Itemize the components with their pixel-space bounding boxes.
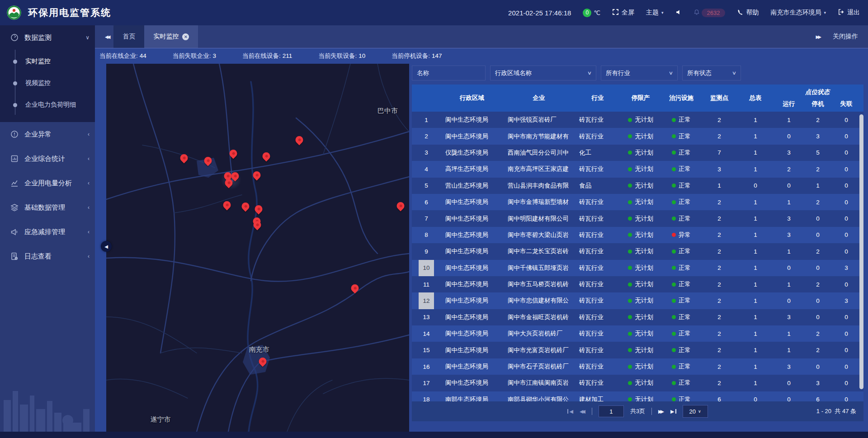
map-pin-icon[interactable] (259, 358, 266, 365)
cell-monitor-points: 3 (702, 161, 736, 177)
tabs-scroll-right-button[interactable]: ▶▶ (811, 34, 825, 39)
map-pin-icon[interactable] (351, 284, 359, 292)
row-number: 17 (419, 375, 434, 391)
exit-button[interactable]: 退出 (838, 9, 860, 17)
cell-monitor-points: 2 (702, 243, 736, 259)
cell-total-meters: 1 (736, 375, 774, 391)
close-operations-button[interactable]: 关闭操作 (833, 33, 858, 41)
cell-region: 阆中生态环境局 (441, 128, 503, 144)
tab-首页[interactable]: 首页 (113, 25, 144, 48)
map-pin-icon[interactable] (296, 136, 303, 144)
status-metric-value: 3 (213, 52, 217, 59)
map-panel[interactable]: 巴中市南充市遂宁市 ◀ (106, 64, 409, 432)
table-row[interactable]: 1阆中生态环境局阆中强锐页岩砖厂砖瓦行业无计划正常21120 (412, 112, 863, 128)
table-row[interactable]: 9阆中生态环境局阆中市二龙长宝页岩砖砖瓦行业无计划正常21120 (412, 243, 863, 259)
sidebar-subitem[interactable]: 视频监控 (0, 72, 95, 94)
map-pin-icon[interactable] (241, 203, 249, 210)
table-row[interactable]: 14阆中生态环境局阆中大兴页岩机砖厂砖瓦行业无计划正常21120 (412, 325, 863, 342)
tab-close-icon[interactable]: ✕ (182, 33, 189, 40)
industry-filter-select[interactable]: 所有行业 ∨ (601, 66, 678, 80)
theme-dropdown[interactable]: 主题 ▾ (646, 9, 664, 17)
cell-stop-status: 无计划 (621, 161, 660, 177)
table-row[interactable]: 7阆中生态环境局阆中明阳建材有限公司砖瓦行业无计划正常21300 (412, 210, 863, 226)
cell-industry: 砖瓦行业 (575, 227, 621, 243)
volume-button[interactable] (675, 9, 682, 17)
status-filter-select[interactable]: 所有状态 ∨ (682, 66, 741, 80)
map-pin-icon[interactable] (254, 221, 261, 229)
table-row[interactable]: 15阆中生态环境局阆中市光富页岩机砖厂砖瓦行业无计划正常21120 (412, 342, 863, 358)
facility-status-text: 正常 (679, 116, 691, 124)
table-row[interactable]: 18南部生态环境局南部县砌华小河有限公建材加工无计划正常60060 (412, 391, 863, 401)
map-pin-icon[interactable] (255, 205, 263, 213)
name-filter-input[interactable] (412, 66, 486, 80)
table-header: 行政区域企业行业停限产治污设施监测点总表点位状态运行停机失联 (412, 85, 863, 112)
org-dropdown[interactable]: 南充市生态环境局 ▾ (770, 9, 826, 17)
tabs-scroll-left-button[interactable]: ◀◀ (100, 34, 113, 39)
cell-row-number: 16 (412, 358, 441, 375)
table-row[interactable]: 4高坪生态环境局南充市高坪区王家店建砖瓦行业无计划正常31220 (412, 161, 863, 177)
page-number-input[interactable] (599, 405, 624, 417)
fullscreen-button[interactable]: 全屏 (612, 9, 634, 17)
status-dot-green-icon (628, 365, 632, 369)
page-size-select[interactable]: 20 ∨ (683, 405, 708, 418)
sidebar-item[interactable]: 数据监测∨ (0, 25, 95, 50)
map-pin-icon[interactable] (204, 157, 212, 165)
notification-bell[interactable]: 2632 (693, 9, 726, 17)
sidebar-subitem[interactable]: 实时监控 (0, 51, 95, 72)
map-canvas[interactable]: 巴中市南充市遂宁市 (106, 64, 409, 432)
cell-company: 阆中明阳建材有限公司 (503, 210, 575, 226)
table-row[interactable]: 17阆中生态环境局阆中市江南镇阆南页岩砖瓦行业无计划正常21030 (412, 375, 863, 391)
cell-total-meters: 1 (736, 276, 774, 292)
cell-monitor-points: 2 (702, 128, 736, 144)
prev-page-button[interactable]: ◀◀ (580, 409, 585, 414)
tab-实时监控[interactable]: 实时监控✕ (144, 25, 198, 48)
map-pin-icon[interactable] (225, 179, 232, 187)
cell-facility-status: 正常 (660, 128, 702, 144)
status-dot-green-icon (672, 134, 676, 138)
help-button[interactable]: 帮助 (737, 9, 759, 17)
tab-label: 首页 (123, 33, 135, 41)
facility-status-text: 正常 (679, 132, 691, 141)
map-pin-icon[interactable] (180, 154, 188, 162)
cell-facility-status: 正常 (660, 243, 702, 259)
cell-monitor-points: 2 (702, 260, 736, 276)
facility-status-text: 正常 (679, 396, 691, 401)
table-row[interactable]: 8阆中生态环境局阆中市枣碧大梁山页岩砖瓦行业无计划异常21300 (412, 227, 863, 243)
last-page-button[interactable]: ▶ (670, 409, 676, 414)
sidebar-section-7: 日志查看‹ (0, 244, 95, 268)
table-row[interactable]: 6阆中生态环境局阆中市金博瑞新型墙材砖瓦行业无计划正常21120 (412, 194, 863, 210)
cell-row-number: 10 (412, 260, 441, 276)
status-dot-green-icon (628, 315, 632, 319)
table-row[interactable]: 11阆中生态环境局阆中市五马桥页岩机砖砖瓦行业无计划正常21120 (412, 276, 863, 292)
table-row[interactable]: 3仪陇生态环境局西南油气田分公司川中化工无计划正常71350 (412, 145, 863, 161)
sidebar-item[interactable]: 基础数据管理‹ (0, 195, 95, 220)
sidebar-item[interactable]: 应急减排管理‹ (0, 220, 95, 244)
map-pin-icon[interactable] (223, 201, 231, 209)
cell-facility-status: 正常 (660, 342, 702, 358)
table-row[interactable]: 10阆中生态环境局阆中千佛镇五郎垭页岩砖瓦行业无计划正常21003 (412, 260, 863, 276)
tab-bar: ◀◀ 首页实时监控✕ ▶▶ 关闭操作 (95, 25, 868, 48)
table-row[interactable]: 5营山生态环境局营山县润丰肉食品有限食品无计划正常10010 (412, 178, 863, 194)
sidebar-item[interactable]: 企业用电量分析‹ (0, 171, 95, 195)
region-filter-select[interactable]: 行政区域名称 ∨ (490, 66, 596, 80)
sidebar-item[interactable]: 企业综合统计‹ (0, 146, 95, 171)
sidebar-subitem[interactable]: 企业电力负荷明细 (0, 94, 95, 116)
map-pin-icon[interactable] (229, 150, 237, 157)
status-dot-green-icon (628, 266, 632, 270)
first-page-button[interactable]: ◀ (567, 409, 573, 414)
table-row[interactable]: 12阆中生态环境局阆中市忠信建材有限公砖瓦行业无计划正常21003 (412, 292, 863, 309)
column-header-6: 监测点 (702, 85, 736, 112)
map-pin-icon[interactable] (262, 152, 270, 160)
table-scrollbar-thumb[interactable] (859, 114, 863, 389)
table-row[interactable]: 16阆中生态环境局阆中市石子页岩机砖厂砖瓦行业无计划正常21300 (412, 358, 863, 375)
sidebar-item[interactable]: 日志查看‹ (0, 244, 95, 268)
map-pin-icon[interactable] (231, 172, 239, 180)
map-pin-icon[interactable] (396, 202, 404, 210)
next-page-button[interactable]: ▶▶ (658, 409, 664, 414)
cell-disconnected: 0 (832, 358, 860, 375)
sidebar-item[interactable]: 企业异常‹ (0, 122, 95, 146)
bell-icon (693, 9, 700, 17)
table-row[interactable]: 2阆中生态环境局阆中市南方节能建材有砖瓦行业无计划正常21030 (412, 128, 863, 144)
table-row[interactable]: 13阆中生态环境局阆中市金福旺页岩机砖砖瓦行业无计划正常21300 (412, 309, 863, 325)
map-pin-icon[interactable] (253, 171, 260, 179)
